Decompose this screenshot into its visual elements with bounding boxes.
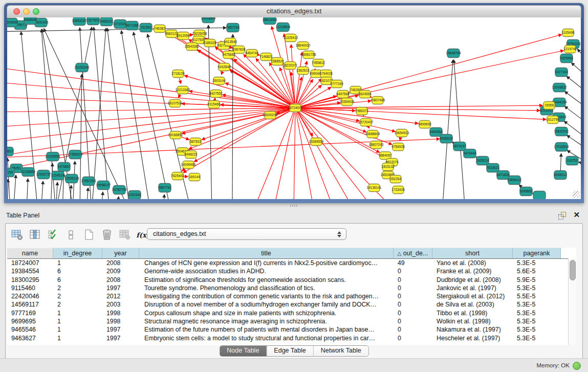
graph-edge[interactable]	[298, 79, 313, 104]
network-canvas[interactable]: 1872400774638296601238912954232260589127…	[7, 17, 581, 199]
table-cell[interactable]: Structural magnetic resonance image aver…	[139, 317, 394, 325]
table-cell[interactable]: 2012	[102, 292, 139, 300]
table-cell[interactable]: Estimation of significance thresholds fo…	[139, 276, 394, 284]
table-cell[interactable]: Changes of HCN gene expression and I(f) …	[139, 259, 394, 267]
graph-edge[interactable]	[275, 113, 294, 199]
float-panel-icon[interactable]	[558, 212, 567, 219]
table-cell[interactable]: 0	[394, 292, 432, 300]
table-cell[interactable]: 2009	[102, 267, 139, 275]
table-cell[interactable]: 9699695	[7, 317, 53, 325]
table-cell[interactable]: 18724007	[7, 259, 53, 267]
table-cell[interactable]: Wolkin et al. (1998)	[432, 317, 513, 325]
graph-edge[interactable]	[294, 113, 295, 199]
table-cell[interactable]: Estimation of the future numbers of pati…	[139, 325, 394, 334]
import-table-button[interactable]	[118, 228, 132, 242]
graph-edge[interactable]	[572, 63, 581, 77]
tab-edge-table[interactable]: Edge Table	[267, 346, 313, 356]
graph-edge[interactable]	[7, 179, 8, 199]
graph-edge[interactable]	[255, 112, 294, 199]
table-cell[interactable]: 2	[53, 284, 102, 292]
graph-edge[interactable]	[184, 76, 291, 107]
graph-edge[interactable]	[102, 192, 103, 199]
row-height-button[interactable]	[64, 228, 78, 242]
column-header-in-degree[interactable]: in_degree	[53, 248, 102, 258]
column-header-pagerank[interactable]: pagerank	[513, 248, 561, 258]
table-cell[interactable]: 49	[394, 259, 432, 267]
table-cell[interactable]: 5.3E-5	[513, 300, 561, 309]
table-cell[interactable]: 0	[394, 309, 432, 317]
table-cell[interactable]: 0	[394, 300, 432, 309]
tab-network-table[interactable]: Network Table	[314, 346, 368, 356]
table-cell[interactable]: Genome-wide association studies in ADHD.	[139, 267, 394, 275]
graph-edge[interactable]	[300, 51, 563, 107]
table-cell[interactable]: Embryonic stem cells: a model to study s…	[139, 334, 394, 342]
table-row[interactable]: 911546021997Tourette syndrome. Phenomeno…	[7, 284, 576, 292]
panel-divider[interactable]	[0, 203, 588, 208]
graph-edge[interactable]	[41, 181, 43, 199]
graph-edge[interactable]	[280, 68, 294, 103]
graph-edge[interactable]	[560, 154, 561, 170]
graph-edge[interactable]	[107, 28, 129, 199]
table-cell[interactable]: 2008	[102, 276, 139, 284]
graph-edge[interactable]	[92, 28, 106, 199]
graph-edge[interactable]	[296, 113, 313, 199]
divider-grip-icon[interactable]	[290, 204, 298, 207]
graph-edge[interactable]	[368, 126, 369, 128]
graph-edge[interactable]	[300, 105, 542, 108]
table-cell[interactable]: 1	[53, 334, 102, 342]
table-cell[interactable]: 9115460	[7, 284, 53, 292]
graph-edge[interactable]	[121, 31, 150, 199]
table-cell[interactable]: Tibbo et al. (1998)	[432, 309, 513, 317]
tab-node-table[interactable]: Node Table	[220, 346, 267, 356]
graph-edge[interactable]	[454, 60, 465, 199]
table-row[interactable]: 1456911722003Disruption of a novel membe…	[7, 300, 576, 309]
table-cell[interactable]: 5.3E-5	[513, 317, 561, 325]
select-mode-button[interactable]	[47, 228, 60, 242]
column-header-title[interactable]: title	[139, 248, 394, 258]
table-row[interactable]: 1938455462009Genome-wide association stu…	[7, 267, 576, 275]
table-cell[interactable]: 1	[53, 309, 102, 317]
graph-edge[interactable]	[296, 77, 302, 103]
table-cell[interactable]: 5.3E-5	[513, 309, 561, 317]
table-cell[interactable]: 1998	[102, 309, 139, 317]
table-cell[interactable]: 0	[394, 334, 432, 342]
table-cell[interactable]: 0	[394, 284, 432, 292]
graph-edge[interactable]	[7, 82, 291, 107]
graph-edge[interactable]	[208, 25, 212, 199]
table-cell[interactable]: Dudbridge et al. (2008)	[432, 276, 513, 284]
graph-edge[interactable]	[51, 163, 52, 199]
graph-edge[interactable]	[134, 32, 170, 199]
table-row[interactable]: 2242004622012Investigating the contribut…	[7, 292, 576, 300]
table-cell[interactable]: 2008	[102, 259, 139, 267]
table-cell[interactable]: 1997	[102, 284, 139, 292]
table-cell[interactable]: 1998	[102, 317, 139, 325]
table-cell[interactable]: 6	[53, 267, 102, 275]
show-columns-button[interactable]	[29, 228, 42, 242]
graph-edge[interactable]	[564, 92, 581, 108]
network-canvas-area[interactable]: 1872400774638296601238912954232260589127…	[7, 17, 581, 199]
table-cell[interactable]: 2	[53, 292, 102, 300]
table-cell[interactable]: 1997	[102, 325, 139, 334]
graph-edge[interactable]	[300, 109, 396, 132]
table-cell[interactable]: 5.5E-5	[513, 292, 561, 300]
table-cell[interactable]: de Silva et al. (2003)	[432, 300, 513, 309]
graph-edge[interactable]	[567, 76, 581, 92]
table-cell[interactable]: 1	[53, 325, 102, 334]
table-cell[interactable]: 9463627	[7, 334, 53, 342]
delete-table-button[interactable]	[100, 228, 114, 242]
canvas-resize-grip[interactable]	[573, 191, 580, 198]
graph-edge[interactable]	[56, 182, 58, 199]
table-vertical-scrollbar[interactable]	[568, 258, 576, 345]
table-cell[interactable]: 0	[394, 276, 432, 284]
table-cell[interactable]: 14569117	[7, 300, 53, 309]
graph-edge[interactable]	[178, 94, 180, 98]
graph-edge[interactable]	[577, 49, 581, 61]
graph-edge[interactable]	[299, 87, 331, 106]
table-cell[interactable]: Disruption of a novel member of a sodium…	[139, 300, 394, 309]
table-cell[interactable]: Hescheler et al. (1997)	[432, 334, 513, 342]
graph-edge[interactable]	[7, 108, 291, 112]
table-cell[interactable]: 0	[394, 317, 432, 325]
table-cell[interactable]: 5.3E-5	[513, 325, 561, 334]
table-cell[interactable]: 6	[53, 276, 102, 284]
graph-edge[interactable]	[87, 188, 89, 199]
